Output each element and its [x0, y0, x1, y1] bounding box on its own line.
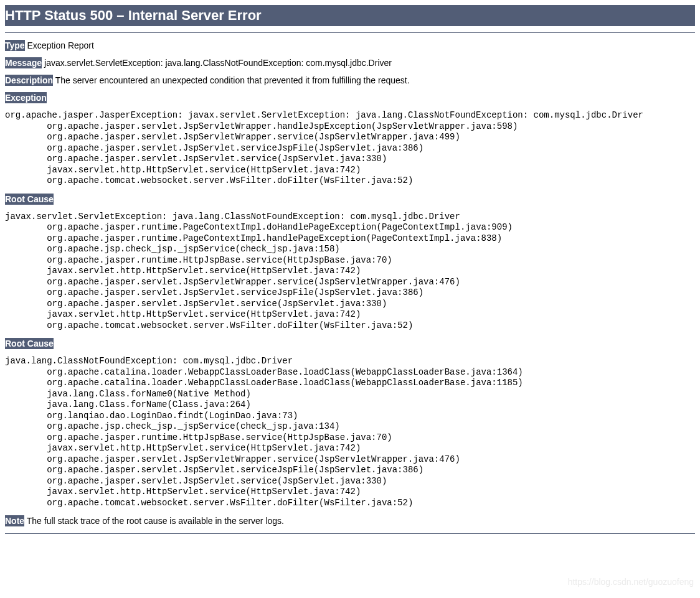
rootcause1-stacktrace: javax.servlet.ServletException: java.lan…	[5, 212, 695, 332]
exception-stacktrace: org.apache.jasper.JasperException: javax…	[5, 110, 695, 187]
description-label: Description	[5, 75, 53, 86]
type-line: Type Exception Report	[5, 40, 695, 50]
note-line: Note The full stack trace of the root ca…	[5, 516, 695, 526]
note-value: The full stack trace of the root cause i…	[27, 516, 284, 526]
type-label: Type	[5, 40, 25, 51]
rootcause2-stacktrace: java.lang.ClassNotFoundException: com.my…	[5, 356, 695, 508]
type-value: Exception Report	[27, 40, 94, 50]
message-label: Message	[5, 57, 42, 68]
divider-bottom	[5, 533, 695, 534]
message-line: Message javax.servlet.ServletException: …	[5, 58, 695, 68]
rootcause1-heading: Root Cause	[5, 194, 695, 204]
divider-top	[5, 32, 695, 33]
rootcause2-heading: Root Cause	[5, 339, 695, 348]
exception-label: Exception	[5, 92, 47, 103]
note-label: Note	[5, 515, 24, 526]
rootcause1-label: Root Cause	[5, 194, 54, 205]
rootcause2-label: Root Cause	[5, 338, 54, 349]
message-value: javax.servlet.ServletException: java.lan…	[44, 58, 392, 68]
description-line: Description The server encountered an un…	[5, 75, 695, 85]
description-value: The server encountered an unexpected con…	[55, 75, 410, 85]
page-title: HTTP Status 500 – Internal Server Error	[5, 5, 695, 26]
exception-heading: Exception	[5, 93, 695, 103]
